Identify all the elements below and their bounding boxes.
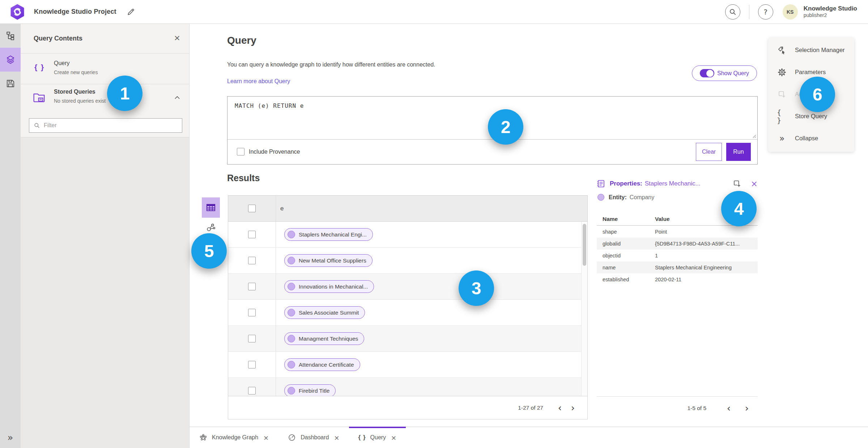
close-tab-icon[interactable]: × xyxy=(263,434,269,441)
layers-icon xyxy=(5,55,16,65)
results-pagination-text: 1-27 of 27 xyxy=(518,405,543,411)
entity-type-icon xyxy=(597,194,604,201)
property-name: name xyxy=(597,265,655,270)
property-row[interactable]: shape Point xyxy=(597,226,758,238)
include-provenance-checkbox[interactable] xyxy=(237,148,244,155)
entity-pill-label: Innovations in Mechanical... xyxy=(299,283,368,290)
rail-item-save[interactable] xyxy=(0,72,21,95)
rail-item-layers[interactable] xyxy=(0,48,21,72)
search-button[interactable] xyxy=(725,4,740,20)
results-table-header: e xyxy=(228,196,587,222)
column-header-name: Name xyxy=(597,216,655,222)
sidebar-item-query[interactable]: { } Query Create new queries xyxy=(21,54,189,84)
clear-button[interactable]: Clear xyxy=(696,143,722,161)
property-value: 1 xyxy=(655,253,758,259)
prev-page-button[interactable]: ‹ xyxy=(553,401,566,414)
table-row[interactable]: Firebird Title xyxy=(228,378,587,396)
query-contents-panel: Query Contents × { } Query Create new qu… xyxy=(21,24,190,448)
property-row[interactable]: established 2020-02-11 xyxy=(597,273,758,285)
left-icon-rail: » xyxy=(0,24,21,448)
entity-pill-label: Attendance Certificate xyxy=(299,362,354,368)
close-properties-icon[interactable]: × xyxy=(751,179,758,188)
menu-item-label: Collapse xyxy=(795,135,818,142)
tab-knowledge-graph[interactable]: Knowledge Graph × xyxy=(190,427,278,448)
row-checkbox[interactable] xyxy=(248,309,256,316)
query-item-description: Create new queries xyxy=(54,69,98,75)
property-row[interactable]: objectid 1 xyxy=(597,249,758,261)
annotation-badge-1: 1 xyxy=(107,76,142,111)
annotation-badge-2: 2 xyxy=(488,109,523,145)
next-page-button[interactable]: › xyxy=(566,401,579,414)
close-panel-icon[interactable]: × xyxy=(174,33,180,42)
learn-more-link[interactable]: Learn more about Query xyxy=(227,78,290,85)
entity-pill[interactable]: Innovations in Mechanical... xyxy=(284,280,374,293)
properties-entity-link[interactable]: Staplers Mechanic... xyxy=(645,180,701,187)
expand-rail-button[interactable]: » xyxy=(0,432,21,443)
entity-row: Entity: Company xyxy=(597,194,654,201)
filter-input[interactable] xyxy=(44,122,182,129)
run-button[interactable]: Run xyxy=(726,143,751,161)
entity-pill-label: Managment Techniques xyxy=(299,336,358,342)
property-row[interactable]: globalid {5D9B4713-F98D-4A53-A59F-C11... xyxy=(597,238,758,249)
close-tab-icon[interactable]: × xyxy=(391,434,396,441)
entity-dot-icon xyxy=(288,335,295,342)
entity-pill[interactable]: Managment Techniques xyxy=(284,332,364,345)
stored-queries-label: Stored Queries xyxy=(54,89,95,95)
table-row[interactable]: New Metal Office Suppliers xyxy=(228,248,587,274)
row-checkbox[interactable] xyxy=(248,257,256,264)
user-block[interactable]: Knowledge Studio publisher2 xyxy=(804,5,857,18)
resize-handle[interactable] xyxy=(752,134,756,138)
menu-item-selection-manager[interactable]: Selection Manager xyxy=(768,39,854,61)
table-row[interactable]: Innovations in Mechanical... xyxy=(228,274,587,300)
row-checkbox[interactable] xyxy=(248,361,256,368)
collapse-section-icon[interactable] xyxy=(174,95,180,100)
results-table: e Staplers Mechanical Engi... New Metal … xyxy=(228,195,588,419)
knowledge-graph-icon xyxy=(199,433,208,442)
edit-title-icon[interactable] xyxy=(127,8,135,16)
table-view-button[interactable] xyxy=(202,197,220,218)
menu-item-label: Store Query xyxy=(795,113,827,120)
help-button[interactable]: ? xyxy=(758,4,773,20)
filter-search-icon xyxy=(34,122,40,129)
close-tab-icon[interactable]: × xyxy=(334,434,339,441)
filter-field[interactable] xyxy=(29,118,182,133)
table-row[interactable]: Managment Techniques xyxy=(228,326,587,352)
entity-pill[interactable]: New Metal Office Suppliers xyxy=(284,254,373,267)
add-to-selection-icon[interactable] xyxy=(733,179,741,188)
avatar[interactable]: KS xyxy=(783,4,798,20)
query-text: MATCH (e) RETURN e xyxy=(235,102,304,109)
query-description: You can query a knowledge graph to ident… xyxy=(227,61,435,68)
entity-pill-label: New Metal Office Suppliers xyxy=(299,257,366,264)
entity-pill[interactable]: Firebird Title xyxy=(284,384,336,396)
user-role: publisher2 xyxy=(804,12,857,18)
prev-page-button[interactable]: ‹ xyxy=(722,402,735,415)
results-table-body: Staplers Mechanical Engi... New Metal Of… xyxy=(228,222,587,396)
entity-pill-label: Sales Associate Summit xyxy=(299,310,359,316)
entity-pill[interactable]: Attendance Certificate xyxy=(284,358,360,371)
include-provenance-control[interactable]: Include Provenance xyxy=(237,148,300,155)
results-scrollbar[interactable] xyxy=(581,222,587,396)
entity-pill[interactable]: Staplers Mechanical Engi... xyxy=(284,228,373,241)
show-query-toggle[interactable]: Show Query xyxy=(692,65,757,81)
panel-header: Query Contents × xyxy=(21,24,189,54)
select-all-checkbox[interactable] xyxy=(248,205,256,212)
row-checkbox[interactable] xyxy=(248,283,256,290)
tab-dashboard[interactable]: Dashboard × xyxy=(278,427,349,448)
entity-pill[interactable]: Sales Associate Summit xyxy=(284,306,365,319)
row-checkbox[interactable] xyxy=(248,231,256,238)
table-row[interactable]: Attendance Certificate xyxy=(228,352,587,378)
entity-pill-label: Staplers Mechanical Engi... xyxy=(299,231,367,238)
rail-item-schema[interactable] xyxy=(0,24,21,48)
property-row[interactable]: name Staplers Mechanical Engineering xyxy=(597,261,758,273)
property-name: established xyxy=(597,277,655,282)
next-page-button[interactable]: › xyxy=(740,402,753,415)
menu-item-collapse[interactable]: » Collapse xyxy=(768,127,854,149)
row-checkbox[interactable] xyxy=(248,387,256,394)
row-checkbox[interactable] xyxy=(248,335,256,342)
scrollbar-thumb[interactable] xyxy=(583,224,586,266)
tab-query[interactable]: { } Query × xyxy=(349,427,406,448)
property-value: Staplers Mechanical Engineering xyxy=(655,265,758,270)
sidebar-item-stored-queries[interactable]: Stored Queries No stored queries exist xyxy=(21,84,189,113)
table-row[interactable]: Staplers Mechanical Engi... xyxy=(228,222,587,248)
table-row[interactable]: Sales Associate Summit xyxy=(228,300,587,326)
